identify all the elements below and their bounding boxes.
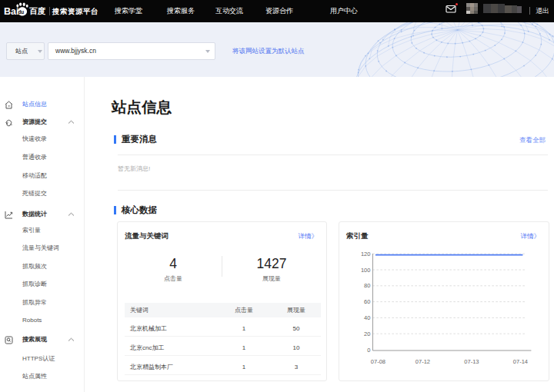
svg-text:40: 40	[364, 314, 370, 321]
svg-text:07-12: 07-12	[416, 358, 430, 365]
svg-text:80: 80	[364, 282, 370, 289]
svg-text:60: 60	[364, 298, 370, 305]
svg-text:07-08: 07-08	[371, 358, 385, 365]
svg-text:100: 100	[361, 267, 371, 274]
svg-text:20: 20	[364, 331, 370, 337]
svg-text:07-13: 07-13	[464, 358, 479, 365]
svg-text:du: du	[18, 9, 24, 15]
svg-text:07-14: 07-14	[513, 358, 528, 365]
svg-text:百度: 百度	[29, 6, 46, 15]
svg-text:120: 120	[361, 251, 371, 257]
svg-text:0: 0	[367, 347, 370, 354]
svg-text:Bai: Bai	[4, 6, 18, 17]
